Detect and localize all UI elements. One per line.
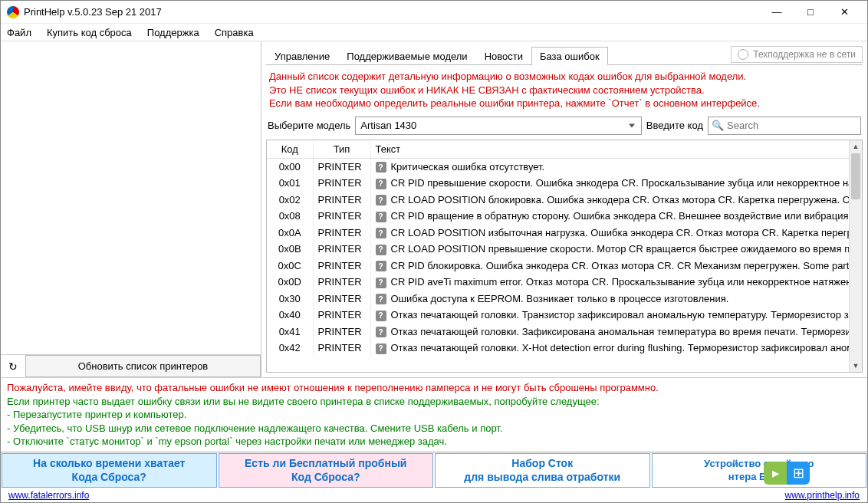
warning-line-2: Это НЕ список текущих ошибок и НИКАК НЕ … [269, 84, 860, 97]
grid-header-row: Код Тип Текст [267, 140, 849, 159]
menu-file[interactable]: Файл [4, 25, 35, 40]
bottom-l1: - Перезапустите принтер и компьютер. [7, 408, 861, 422]
android-icon: ▸ [764, 462, 787, 485]
support-status-button[interactable]: Техподдержка не в сети [731, 46, 863, 63]
maximize-button[interactable]: □ [794, 2, 827, 23]
scroll-down-icon[interactable]: ▼ [850, 359, 862, 372]
question-icon: ? [376, 311, 386, 321]
cell-code: 0x42 [267, 340, 313, 357]
footer-links: www.fatalerrors.info www.printhelp.info [1, 488, 867, 502]
table-row[interactable]: 0x41PRINTER?Отказ печатающей головки. За… [267, 324, 849, 340]
col-code[interactable]: Код [267, 140, 313, 159]
tab-error-database[interactable]: База ошибок [531, 47, 608, 65]
table-row[interactable]: 0x0BPRINTER?CR LOAD POSITION превышение … [267, 241, 849, 258]
cell-type: PRINTER [313, 241, 370, 258]
question-icon: ? [376, 294, 386, 304]
model-label: Выберите модель [268, 120, 350, 131]
cell-code: 0x0D [267, 274, 313, 291]
table-row[interactable]: 0x01PRINTER?CR PID превышение скорости. … [267, 175, 849, 192]
cell-text: ?CR LOAD POSITION превышение скорости. М… [370, 241, 849, 258]
cell-type: PRINTER [313, 225, 370, 242]
code-label: Введите код [646, 120, 703, 131]
cell-text: ?CR PID вращение в обратную сторону. Оши… [370, 208, 849, 225]
table-row[interactable]: 0x00PRINTER?Критическая ошибка отсутству… [267, 158, 849, 175]
footer-link-left[interactable]: www.fatalerrors.info [8, 490, 89, 501]
cell-code: 0x41 [267, 324, 313, 340]
ad-3[interactable]: Набор Сток для вывода слива отработки [435, 453, 650, 488]
refresh-bar: ↻ Обновить список принтеров [1, 354, 261, 377]
question-icon: ? [376, 179, 386, 189]
bottom-fatal-warning: Пожалуйста, имейте ввиду, что фатальные … [7, 381, 861, 395]
cell-type: PRINTER [313, 274, 370, 291]
tab-news[interactable]: Новости [476, 47, 531, 65]
table-row[interactable]: 0x0APRINTER?CR LOAD POSITION избыточная … [267, 225, 849, 242]
cell-text: ?CR LOAD POSITION избыточная нагрузка. О… [370, 225, 849, 242]
cell-text: ?CR PID блокировка. Ошибка энкодера CR. … [370, 258, 849, 275]
table-row[interactable]: 0x42PRINTER?Отказ печатающей головки. X-… [267, 340, 849, 357]
close-button[interactable]: ✕ [827, 2, 861, 23]
footer-link-right[interactable]: www.printhelp.info [785, 490, 860, 501]
cell-type: PRINTER [313, 258, 370, 275]
app-icon [7, 6, 19, 18]
ad-4[interactable]: Устройство струйного нтера Epson [652, 453, 867, 488]
menu-help[interactable]: Справка [212, 25, 257, 40]
vertical-scrollbar[interactable]: ▲ ▼ [849, 140, 862, 373]
ad-3-line1: Набор Сток [511, 457, 573, 471]
printer-list[interactable] [1, 41, 261, 354]
scroll-up-icon[interactable]: ▲ [850, 140, 862, 153]
ad-2-line2: Код Сброса? [291, 471, 360, 485]
scroll-thumb[interactable] [851, 153, 860, 199]
cell-type: PRINTER [313, 291, 370, 307]
col-type[interactable]: Тип [313, 140, 370, 159]
model-value: Artisan 1430 [360, 120, 416, 131]
question-icon: ? [376, 344, 386, 354]
table-row[interactable]: 0x0CPRINTER?CR PID блокировка. Ошибка эн… [267, 258, 849, 275]
main-content: ↻ Обновить список принтеров Управление П… [1, 41, 867, 377]
menu-buy-code[interactable]: Купить код сброса [44, 25, 135, 40]
refresh-icon[interactable]: ↻ [1, 360, 25, 373]
table-row[interactable]: 0x0DPRINTER?CR PID aveTi maximum error. … [267, 274, 849, 291]
tab-supported-models[interactable]: Поддерживаемые модели [338, 47, 475, 65]
cell-code: 0x01 [267, 175, 313, 192]
bottom-l3: - Отключите `статус монитор` и `my epson… [7, 435, 861, 449]
cell-code: 0x0B [267, 241, 313, 258]
cell-text: ?CR PID aveTi maximum error. Отказ мотор… [370, 274, 849, 291]
tab-control[interactable]: Управление [266, 47, 338, 65]
cell-code: 0x40 [267, 307, 313, 324]
window-title: PrintHelp v.5.0.23 Sep 21 2017 [24, 6, 760, 18]
cell-text: ?Отказ печатающей головки. Транзистор за… [370, 307, 849, 324]
table-row[interactable]: 0x02PRINTER?CR LOAD POSITION блокировка.… [267, 192, 849, 209]
menu-support[interactable]: Поддержка [144, 25, 202, 40]
search-icon: 🔍 [712, 120, 724, 131]
right-panel: Управление Поддерживаемые модели Новости… [261, 41, 867, 377]
cell-type: PRINTER [313, 307, 370, 324]
search-wrapper: 🔍 [708, 117, 861, 135]
cell-text: ?Критическая ошибка отсутствует. [370, 158, 849, 175]
question-icon: ? [376, 278, 386, 288]
ad-2-line1: Есть ли Бесплатный пробный [245, 457, 406, 471]
cell-text: ?Отказ печатающей головки. Зафиксирована… [370, 324, 849, 340]
minimize-button[interactable]: — [760, 2, 794, 23]
model-select[interactable]: Artisan 1430 [355, 117, 641, 135]
question-icon: ? [376, 245, 386, 255]
error-grid[interactable]: Код Тип Текст 0x00PRINTER?Критическая ош… [267, 140, 849, 373]
ad-1-line1: На сколько времени хватает [33, 457, 185, 471]
ad-1[interactable]: На сколько времени хватает Кода Сброса? [2, 453, 217, 488]
ad-3-line2: для вывода слива отработки [464, 471, 620, 485]
question-icon: ? [376, 195, 386, 205]
ad-2[interactable]: Есть ли Бесплатный пробный Код Сброса? [219, 453, 434, 488]
menubar: Файл Купить код сброса Поддержка Справка [1, 24, 867, 41]
headset-icon [738, 49, 748, 60]
cell-type: PRINTER [313, 324, 370, 340]
bottom-l2: - Убедитесь, что USB шнур или сетевое по… [7, 422, 861, 436]
table-row[interactable]: 0x40PRINTER?Отказ печатающей головки. Тр… [267, 307, 849, 324]
tab-bar: Управление Поддерживаемые модели Новости… [266, 46, 863, 65]
table-row[interactable]: 0x30PRINTER?Ошибка доступа к EEPROM. Воз… [267, 291, 849, 307]
table-row[interactable]: 0x08PRINTER?CR PID вращение в обратную с… [267, 208, 849, 225]
col-text[interactable]: Текст [370, 140, 849, 159]
warning-line-1: Данный список содержит детальную информа… [269, 70, 860, 84]
search-input[interactable] [727, 120, 857, 131]
cell-text: ?CR PID превышение скорости. Ошибка энко… [370, 175, 849, 192]
refresh-printers-button[interactable]: Обновить список принтеров [25, 355, 261, 377]
ad-1-line2: Кода Сброса? [72, 471, 146, 485]
